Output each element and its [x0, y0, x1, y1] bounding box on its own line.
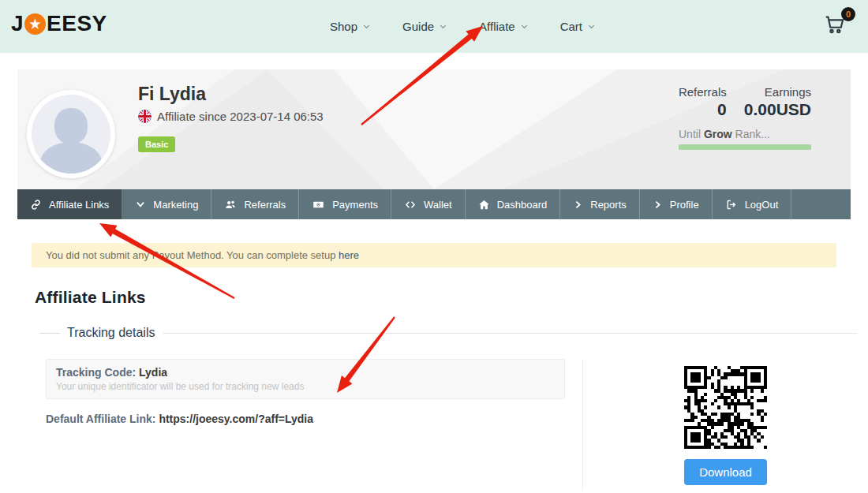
tab-label: Marketing	[153, 199, 198, 211]
angle-brackets-icon	[404, 199, 417, 211]
home-icon	[478, 199, 490, 211]
tab-label: LogOut	[745, 199, 779, 211]
payout-warning-banner: You did not submit any Payout Method. Yo…	[32, 243, 836, 267]
tab-label: Profile	[670, 199, 699, 211]
section-title: Tracking details	[67, 326, 155, 340]
nav-item-shop[interactable]: Shop	[330, 20, 371, 33]
logout-icon	[725, 199, 738, 211]
tracking-content: Tracking Code: Lydia Your unique identif…	[0, 359, 868, 491]
users-icon	[224, 199, 237, 211]
logo-text-left: J	[11, 11, 24, 36]
referrals-label: Referrals	[679, 85, 727, 99]
chevron-right-icon	[653, 200, 663, 210]
top-header: J★EESY Shop Guide Affliate Cart 0	[0, 0, 868, 53]
cart-button[interactable]: 0	[822, 13, 849, 39]
tracking-code-label: Tracking Code:	[56, 366, 139, 379]
earnings-label: Earnings	[765, 85, 811, 99]
until-rank-text: Until Grow Rank...	[679, 128, 811, 140]
chevron-down-icon	[439, 22, 447, 31]
download-qr-button[interactable]: Download	[684, 459, 767, 485]
chevron-down-icon	[135, 199, 146, 210]
profile-banner: Fi Lydia Affiliate since 2023-07-14 06:5…	[17, 69, 851, 189]
earnings-stat: Earnings 0.00USD	[744, 85, 811, 119]
tab-label: Wallet	[424, 199, 452, 211]
rank-progress-bar	[679, 144, 811, 150]
tracking-code-hint: Your unique identificator will be used f…	[56, 381, 555, 392]
tab-referrals[interactable]: Referrals	[211, 189, 299, 219]
tab-label: Payments	[332, 199, 378, 211]
avatar-silhouette	[32, 95, 110, 174]
cart-count-badge: 0	[841, 7, 855, 21]
tab-label: Dashboard	[497, 199, 548, 211]
referrals-stat: Referrals 0	[679, 85, 727, 119]
chevron-down-icon	[587, 22, 596, 31]
profile-info: Fi Lydia Affiliate since 2023-07-14 06:5…	[138, 84, 324, 152]
tracking-code-value: Lydia	[139, 366, 167, 379]
tab-label: Affiliate Links	[49, 199, 109, 211]
tab-label: Reports	[590, 199, 627, 211]
tab-marketing[interactable]: Marketing	[122, 189, 211, 219]
affiliate-tab-bar: Affiliate Links Marketing Referrals Paym…	[17, 189, 851, 219]
avatar	[27, 90, 115, 178]
star-icon: ★	[24, 13, 46, 35]
default-link-label: Default Affiliate Link:	[46, 413, 159, 425]
nav-item-guide[interactable]: Guide	[402, 20, 447, 33]
site-logo[interactable]: J★EESY	[11, 11, 107, 36]
tracking-code-box: Tracking Code: Lydia Your unique identif…	[46, 359, 565, 399]
chevron-down-icon	[520, 22, 529, 31]
affiliate-stats: Referrals 0 Earnings 0.00USD Until Grow …	[679, 85, 811, 150]
tab-label: Referrals	[244, 199, 286, 211]
chevron-right-icon	[573, 200, 583, 210]
link-icon	[30, 199, 42, 211]
logo-text-right: EESY	[47, 11, 107, 36]
warning-text: You did not submit any Payout Method. Yo…	[46, 249, 339, 261]
qr-code	[684, 366, 767, 449]
default-affiliate-link-row: Default Affiliate Link: https://joeesy.c…	[46, 413, 565, 425]
tab-affiliate-links[interactable]: Affiliate Links	[17, 189, 122, 219]
nav-label: Shop	[330, 20, 357, 33]
profile-name: Fi Lydia	[138, 84, 324, 105]
uk-flag-icon	[138, 110, 152, 123]
nav-item-affiliate[interactable]: Affliate	[479, 20, 529, 33]
affiliate-since: Affiliate since 2023-07-14 06:53	[138, 110, 324, 123]
divider	[163, 333, 857, 334]
tab-logout[interactable]: LogOut	[713, 189, 792, 219]
tab-profile[interactable]: Profile	[640, 189, 713, 219]
nav-label: Guide	[402, 20, 434, 33]
divider	[39, 333, 60, 334]
nav-item-cart[interactable]: Cart	[560, 20, 596, 33]
setup-here-link[interactable]: here	[339, 249, 359, 261]
tracking-details-section-header: Tracking details	[39, 326, 857, 340]
rank-badge: Basic	[138, 136, 175, 152]
referrals-value: 0	[717, 100, 727, 119]
main-nav: Shop Guide Affliate Cart	[330, 0, 596, 53]
nav-label: Affliate	[479, 20, 515, 33]
earnings-value: 0.00USD	[744, 100, 811, 119]
default-link-value: https://joeesy.com/?aff=Lydia	[159, 413, 313, 425]
since-text: Affiliate since 2023-07-14 06:53	[157, 110, 324, 123]
tab-reports[interactable]: Reports	[560, 189, 640, 219]
tab-payments[interactable]: Payments	[299, 189, 391, 219]
chevron-down-icon	[362, 22, 371, 31]
tab-dashboard[interactable]: Dashboard	[466, 189, 561, 219]
tab-wallet[interactable]: Wallet	[391, 189, 466, 219]
banknote-icon	[312, 199, 325, 211]
page-title: Affiliate Links	[35, 288, 868, 307]
nav-label: Cart	[560, 20, 582, 33]
